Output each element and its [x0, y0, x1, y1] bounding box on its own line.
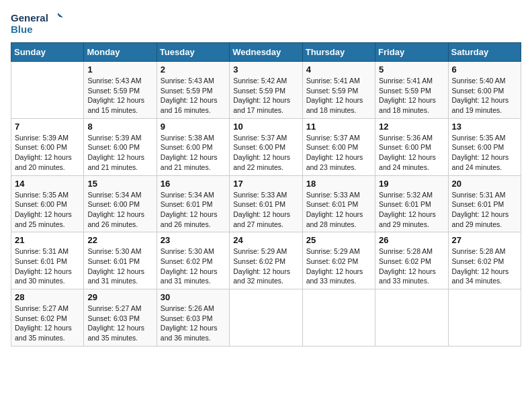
day-info: Sunrise: 5:34 AMSunset: 6:01 PMDaylight:…: [161, 190, 226, 230]
day-info: Sunrise: 5:42 AMSunset: 5:59 PMDaylight:…: [233, 76, 298, 116]
day-info: Sunrise: 5:30 AMSunset: 6:02 PMDaylight:…: [161, 246, 226, 286]
calendar-cell: 9Sunrise: 5:38 AMSunset: 6:00 PMDaylight…: [157, 118, 229, 175]
day-number: 29: [87, 292, 152, 302]
page-header: General Blue: [11, 11, 521, 34]
day-number: 1: [87, 64, 152, 75]
day-number: 8: [87, 122, 152, 132]
calendar-cell: 21Sunrise: 5:31 AMSunset: 6:01 PMDayligh…: [11, 232, 84, 289]
logo-general: General: [11, 13, 48, 23]
calendar-cell: 28Sunrise: 5:27 AMSunset: 6:02 PMDayligh…: [11, 289, 84, 347]
day-number: 12: [379, 122, 444, 132]
day-info: Sunrise: 5:35 AMSunset: 6:00 PMDaylight:…: [452, 133, 517, 173]
calendar-cell: 23Sunrise: 5:30 AMSunset: 6:02 PMDayligh…: [157, 232, 229, 289]
calendar-cell: 8Sunrise: 5:39 AMSunset: 6:00 PMDaylight…: [84, 118, 157, 175]
day-info: Sunrise: 5:28 AMSunset: 6:02 PMDaylight:…: [379, 246, 444, 286]
day-info: Sunrise: 5:37 AMSunset: 6:00 PMDaylight:…: [233, 133, 298, 173]
calendar-cell: 13Sunrise: 5:35 AMSunset: 6:00 PMDayligh…: [448, 118, 521, 175]
day-info: Sunrise: 5:33 AMSunset: 6:01 PMDaylight:…: [306, 190, 371, 230]
day-number: 9: [161, 122, 226, 132]
day-info: Sunrise: 5:43 AMSunset: 5:59 PMDaylight:…: [87, 76, 152, 116]
day-info: Sunrise: 5:41 AMSunset: 5:59 PMDaylight:…: [306, 76, 371, 116]
day-number: 11: [306, 122, 371, 132]
day-number: 23: [161, 235, 226, 245]
column-header-sunday: Sunday: [11, 43, 84, 62]
day-info: Sunrise: 5:35 AMSunset: 6:00 PMDaylight:…: [15, 190, 80, 230]
calendar-cell: 27Sunrise: 5:28 AMSunset: 6:02 PMDayligh…: [448, 232, 521, 289]
day-info: Sunrise: 5:29 AMSunset: 6:02 PMDaylight:…: [306, 246, 371, 286]
day-number: 13: [452, 122, 517, 132]
calendar-cell: 14Sunrise: 5:35 AMSunset: 6:00 PMDayligh…: [11, 175, 84, 232]
day-info: Sunrise: 5:28 AMSunset: 6:02 PMDaylight:…: [452, 246, 517, 286]
calendar-cell: [302, 289, 375, 347]
calendar-header-row: SundayMondayTuesdayWednesdayThursdayFrid…: [11, 43, 521, 62]
column-header-tuesday: Tuesday: [157, 43, 229, 62]
day-number: 22: [87, 235, 152, 245]
calendar-cell: [375, 289, 448, 347]
logo-bird-icon: [50, 11, 63, 24]
calendar-cell: 10Sunrise: 5:37 AMSunset: 6:00 PMDayligh…: [230, 118, 302, 175]
calendar-cell: 16Sunrise: 5:34 AMSunset: 6:01 PMDayligh…: [157, 175, 229, 232]
calendar-cell: 12Sunrise: 5:36 AMSunset: 6:00 PMDayligh…: [375, 118, 448, 175]
calendar-cell: 6Sunrise: 5:40 AMSunset: 6:00 PMDaylight…: [448, 62, 521, 119]
column-header-wednesday: Wednesday: [230, 43, 302, 62]
calendar-week-row: 1Sunrise: 5:43 AMSunset: 5:59 PMDaylight…: [11, 62, 521, 119]
day-info: Sunrise: 5:43 AMSunset: 5:59 PMDaylight:…: [161, 76, 226, 116]
calendar-cell: 3Sunrise: 5:42 AMSunset: 5:59 PMDaylight…: [230, 62, 302, 119]
day-info: Sunrise: 5:41 AMSunset: 5:59 PMDaylight:…: [379, 76, 444, 116]
day-number: 17: [233, 179, 298, 189]
column-header-saturday: Saturday: [448, 43, 521, 62]
day-number: 6: [452, 64, 517, 75]
day-number: 15: [87, 179, 152, 189]
calendar-week-row: 21Sunrise: 5:31 AMSunset: 6:01 PMDayligh…: [11, 232, 521, 289]
day-number: 3: [233, 64, 298, 75]
day-info: Sunrise: 5:30 AMSunset: 6:01 PMDaylight:…: [87, 246, 152, 286]
day-number: 10: [233, 122, 298, 132]
day-info: Sunrise: 5:31 AMSunset: 6:01 PMDaylight:…: [15, 246, 80, 286]
calendar-cell: 11Sunrise: 5:37 AMSunset: 6:00 PMDayligh…: [302, 118, 375, 175]
calendar-cell: 20Sunrise: 5:31 AMSunset: 6:01 PMDayligh…: [448, 175, 521, 232]
calendar-cell: 30Sunrise: 5:26 AMSunset: 6:03 PMDayligh…: [157, 289, 229, 347]
calendar-week-row: 28Sunrise: 5:27 AMSunset: 6:02 PMDayligh…: [11, 289, 521, 347]
day-info: Sunrise: 5:40 AMSunset: 6:00 PMDaylight:…: [452, 76, 517, 116]
column-header-thursday: Thursday: [302, 43, 375, 62]
day-number: 7: [15, 122, 80, 132]
calendar-cell: 17Sunrise: 5:33 AMSunset: 6:01 PMDayligh…: [230, 175, 302, 232]
calendar-cell: 22Sunrise: 5:30 AMSunset: 6:01 PMDayligh…: [84, 232, 157, 289]
day-number: 4: [306, 64, 371, 75]
day-number: 28: [15, 292, 80, 302]
day-info: Sunrise: 5:27 AMSunset: 6:03 PMDaylight:…: [87, 304, 152, 343]
day-info: Sunrise: 5:27 AMSunset: 6:02 PMDaylight:…: [15, 304, 80, 343]
calendar-cell: 4Sunrise: 5:41 AMSunset: 5:59 PMDaylight…: [302, 62, 375, 119]
day-info: Sunrise: 5:32 AMSunset: 6:01 PMDaylight:…: [379, 190, 444, 230]
calendar-cell: 24Sunrise: 5:29 AMSunset: 6:02 PMDayligh…: [230, 232, 302, 289]
column-header-friday: Friday: [375, 43, 448, 62]
day-info: Sunrise: 5:34 AMSunset: 6:00 PMDaylight:…: [87, 190, 152, 230]
day-info: Sunrise: 5:26 AMSunset: 6:03 PMDaylight:…: [161, 304, 226, 343]
calendar-cell: 29Sunrise: 5:27 AMSunset: 6:03 PMDayligh…: [84, 289, 157, 347]
calendar-cell: 19Sunrise: 5:32 AMSunset: 6:01 PMDayligh…: [375, 175, 448, 232]
day-number: 30: [161, 292, 226, 302]
day-number: 21: [15, 235, 80, 245]
calendar-cell: 25Sunrise: 5:29 AMSunset: 6:02 PMDayligh…: [302, 232, 375, 289]
day-number: 19: [379, 179, 444, 189]
calendar-cell: [448, 289, 521, 347]
day-info: Sunrise: 5:37 AMSunset: 6:00 PMDaylight:…: [306, 133, 371, 173]
logo-blue: Blue: [11, 24, 63, 34]
day-number: 18: [306, 179, 371, 189]
day-number: 20: [452, 179, 517, 189]
day-number: 14: [15, 179, 80, 189]
calendar-cell: 15Sunrise: 5:34 AMSunset: 6:00 PMDayligh…: [84, 175, 157, 232]
day-info: Sunrise: 5:39 AMSunset: 6:00 PMDaylight:…: [87, 133, 152, 173]
calendar-week-row: 7Sunrise: 5:39 AMSunset: 6:00 PMDaylight…: [11, 118, 521, 175]
calendar-table: SundayMondayTuesdayWednesdayThursdayFrid…: [11, 42, 521, 347]
calendar-cell: 2Sunrise: 5:43 AMSunset: 5:59 PMDaylight…: [157, 62, 229, 119]
day-number: 24: [233, 235, 298, 245]
day-info: Sunrise: 5:31 AMSunset: 6:01 PMDaylight:…: [452, 190, 517, 230]
calendar-cell: [11, 62, 84, 119]
calendar-cell: 18Sunrise: 5:33 AMSunset: 6:01 PMDayligh…: [302, 175, 375, 232]
calendar-cell: 26Sunrise: 5:28 AMSunset: 6:02 PMDayligh…: [375, 232, 448, 289]
day-info: Sunrise: 5:36 AMSunset: 6:00 PMDaylight:…: [379, 133, 444, 173]
day-number: 26: [379, 235, 444, 245]
day-number: 27: [452, 235, 517, 245]
day-number: 25: [306, 235, 371, 245]
